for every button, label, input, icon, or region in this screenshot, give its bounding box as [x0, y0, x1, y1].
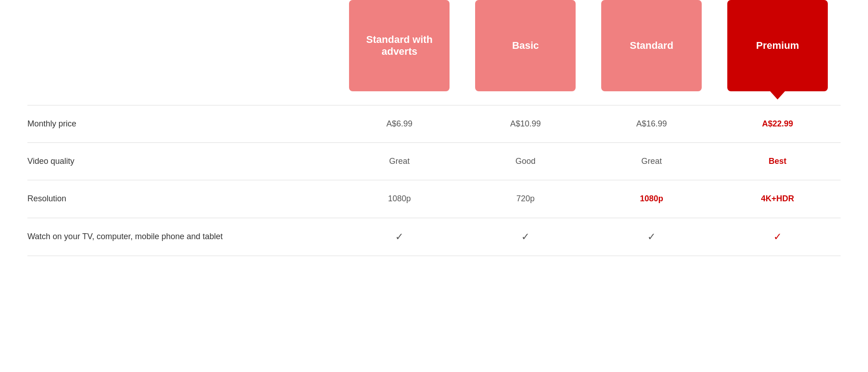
price-basic: A$10.99 [462, 119, 588, 129]
watch-devices-label: Watch on your TV, computer, mobile phone… [27, 231, 336, 242]
watch-devices-basic: ✓ [462, 231, 588, 243]
video-quality-row: Video qualityGreatGoodGreatBest [27, 142, 841, 180]
pricing-table: Standard with advertsBasicStandardPremiu… [0, 0, 868, 256]
plan-header-premium[interactable]: Premium [715, 0, 841, 91]
resolution-basic: 720p [462, 194, 588, 204]
resolution-row: Resolution1080p720p1080p4K+HDR [27, 180, 841, 217]
price-standard-adverts: A$6.99 [336, 119, 462, 129]
checkmark-standard-adverts: ✓ [395, 231, 403, 243]
watch-devices-premium: ✓ [715, 231, 841, 243]
price-premium: A$22.99 [715, 119, 841, 129]
plan-header-standard-adverts[interactable]: Standard with adverts [336, 0, 462, 91]
monthly-price-row: Monthly priceA$6.99A$10.99A$16.99A$22.99 [27, 105, 841, 142]
plan-header-standard[interactable]: Standard [588, 0, 715, 91]
watch-devices-standard-adverts: ✓ [336, 231, 462, 243]
plan-headers: Standard with advertsBasicStandardPremiu… [336, 0, 841, 91]
plan-header-basic[interactable]: Basic [462, 0, 588, 91]
resolution-standard-adverts: 1080p [336, 194, 462, 204]
checkmark-premium: ✓ [773, 231, 782, 243]
checkmark-basic: ✓ [521, 231, 529, 243]
plan-header-box-standard: Standard [601, 0, 702, 91]
watch-devices-row: Watch on your TV, computer, mobile phone… [27, 218, 841, 256]
price-standard: A$16.99 [588, 119, 715, 129]
watch-devices-standard: ✓ [588, 231, 715, 243]
video-quality-premium: Best [715, 157, 841, 166]
video-quality-label: Video quality [27, 156, 336, 167]
header-row: Standard with advertsBasicStandardPremiu… [27, 0, 841, 91]
plan-header-box-basic: Basic [475, 0, 576, 91]
data-rows: Monthly priceA$6.99A$10.99A$16.99A$22.99… [27, 105, 841, 256]
video-quality-standard: Great [588, 157, 715, 166]
plan-header-box-standard-adverts: Standard with adverts [349, 0, 450, 91]
checkmark-standard: ✓ [647, 231, 656, 243]
plan-header-box-premium: Premium [727, 0, 828, 91]
video-quality-standard-adverts: Great [336, 157, 462, 166]
video-quality-basic: Good [462, 157, 588, 166]
resolution-label: Resolution [27, 193, 336, 204]
monthly-price-label: Monthly price [27, 118, 336, 130]
resolution-standard: 1080p [588, 194, 715, 204]
resolution-premium: 4K+HDR [715, 194, 841, 204]
